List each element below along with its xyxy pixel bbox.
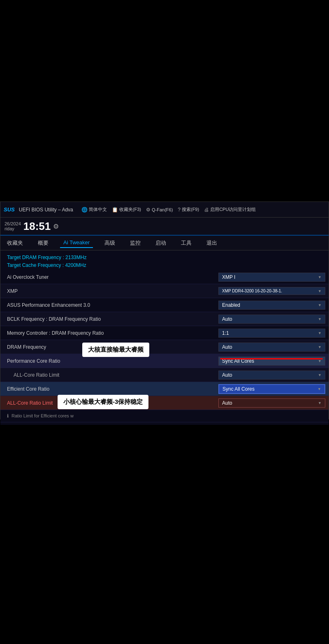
table-row: Performance Core Ratio Sync All Cores — [0, 354, 329, 368]
annotation-bottom: 小核心输最大睿频-3保持稳定 — [58, 395, 148, 409]
setting-label-ratio-eff: ℹ Ratio Limit for Efficient cores w — [0, 413, 329, 419]
nav-boot[interactable]: 启动 — [152, 238, 169, 248]
qfan-icon-item[interactable]: ⚙ Q-Fan(F6) — [146, 207, 173, 213]
cpu-label: 启用CPU访问里计划组 — [210, 206, 256, 213]
nav-monitor[interactable]: 监控 — [127, 238, 144, 248]
date-area: 26/2024 riday — [5, 221, 21, 231]
dram-freq-line: Target DRAM Frequency : 2133MHz — [7, 254, 322, 262]
clipboard-icon: 📋 — [112, 207, 118, 213]
table-row: BCLK Frequency : DRAM Frequency Ratio Au… — [0, 312, 329, 326]
setting-value-xmp[interactable]: XMP DDR4-3200 16-20-20-38-1. — [218, 287, 325, 295]
table-row: Ai Overclock Tuner XMP I — [0, 270, 329, 284]
table-row: Memory Controller : DRAM Frequency Ratio… — [0, 326, 329, 340]
setting-label-ai-oc: Ai Overclock Tuner — [0, 274, 218, 280]
nav-advanced[interactable]: 高级 — [101, 238, 118, 248]
setting-value-dram-freq[interactable]: Auto — [218, 343, 325, 352]
annotation-top: 大核直接输最大睿频 — [82, 343, 149, 357]
nav-ai-tweaker[interactable]: Ai Tweaker — [60, 238, 93, 248]
table-row: ALL-Core Ratio Limit Auto — [0, 368, 329, 382]
settings-gear-icon[interactable]: ⚙ — [53, 222, 59, 230]
fan-icon: ⚙ — [146, 207, 151, 213]
date-text: 26/2024 — [5, 221, 21, 226]
nav-exit[interactable]: 退出 — [203, 238, 220, 248]
language-label: 简体中文 — [89, 206, 107, 213]
table-row: XMP XMP DDR4-3200 16-20-20-38-1. — [0, 284, 329, 298]
cache-freq-line: Target Cache Frequency : 4200MHz — [7, 262, 322, 269]
globe-icon: 🌐 — [81, 207, 88, 213]
settings-table: Ai Overclock Tuner XMP I XMP XMP DDR4-32… — [0, 270, 329, 422]
qfan-label: Q-Fan(F6) — [152, 207, 173, 212]
setting-label-allcore-sub: ALL-Core Ratio Limit — [0, 372, 218, 378]
setting-value-bclk[interactable]: Auto — [218, 315, 325, 324]
top-icons: 🌐 简体中文 📋 收藏夹(F3) ⚙ Q-Fan(F6) ? 搜索(F9) 🖨 … — [81, 206, 256, 213]
freq-info: Target DRAM Frequency : 2133MHz Target C… — [0, 253, 329, 270]
setting-value-asus-perf[interactable]: Enabled — [218, 301, 325, 310]
setting-value-mc-dram[interactable]: 1:1 — [218, 329, 325, 338]
bios-title: UEFI BIOS Utility – Adva — [19, 207, 73, 213]
content-area: Target DRAM Frequency : 2133MHz Target C… — [0, 250, 329, 425]
table-row: Efficient Core Ratio Sync All Cores — [0, 382, 329, 396]
annotation-top-text: 大核直接输最大睿频 — [88, 346, 144, 353]
setting-value-allcore-sub[interactable]: Auto — [218, 371, 325, 380]
annotation-bottom-text: 小核心输最大睿频-3保持稳定 — [63, 398, 143, 405]
setting-label-asus-perf: ASUS Performance Enhancement 3.0 — [0, 302, 218, 308]
print-icon: 🖨 — [204, 207, 209, 213]
setting-label-mc-dram: Memory Controller : DRAM Frequency Ratio — [0, 330, 218, 336]
time-display: 18:51 — [23, 220, 51, 233]
search-label: 搜索(F9) — [182, 206, 199, 213]
setting-label-bclk: BCLK Frequency : DRAM Frequency Ratio — [0, 316, 218, 322]
table-row: DRAM Frequency Auto — [0, 340, 329, 354]
nav-bar: 收藏夹 概要 Ai Tweaker 高级 监控 启动 工具 退出 — [0, 236, 329, 250]
cpu-icon-item[interactable]: 🖨 启用CPU访问里计划组 — [204, 206, 256, 213]
setting-label-xmp: XMP — [0, 288, 218, 294]
table-row: ℹ Ratio Limit for Efficient cores w — [0, 410, 329, 422]
setting-value-ai-oc[interactable]: XMP I — [218, 273, 325, 282]
top-bar: SUS UEFI BIOS Utility – Adva 🌐 简体中文 📋 收藏… — [0, 202, 329, 218]
search-icon-item[interactable]: ? 搜索(F9) — [178, 206, 199, 213]
setting-label-eff-core: Efficient Core Ratio — [0, 386, 218, 392]
info-icon: ℹ — [7, 413, 9, 418]
nav-favorites[interactable]: 收藏夹 — [4, 238, 26, 248]
question-icon: ? — [178, 207, 181, 213]
favorites-icon-item[interactable]: 📋 收藏夹(F3) — [112, 206, 141, 213]
table-row: ASUS Performance Enhancement 3.0 Enabled — [0, 298, 329, 312]
asus-logo: SUS — [4, 206, 15, 213]
setting-value-eff-core[interactable]: Sync All Cores — [218, 384, 325, 394]
favorites-label: 收藏夹(F3) — [119, 206, 141, 213]
bios-screen: SUS UEFI BIOS Utility – Adva 🌐 简体中文 📋 收藏… — [0, 202, 329, 419]
nav-tools[interactable]: 工具 — [178, 238, 195, 248]
datetime-left: 26/2024 riday 18:51 ⚙ — [5, 220, 59, 233]
setting-value-allcore-main[interactable]: Auto — [218, 398, 325, 408]
day-text: riday — [5, 226, 21, 231]
language-icon-item[interactable]: 🌐 简体中文 — [81, 206, 107, 213]
red-underline-perf — [220, 358, 323, 359]
setting-label-perf-core: Performance Core Ratio — [0, 358, 218, 364]
table-row: ALL-Core Ratio Limit Auto — [0, 396, 329, 410]
datetime-bar: 26/2024 riday 18:51 ⚙ — [0, 218, 329, 236]
nav-overview[interactable]: 概要 — [35, 238, 52, 248]
